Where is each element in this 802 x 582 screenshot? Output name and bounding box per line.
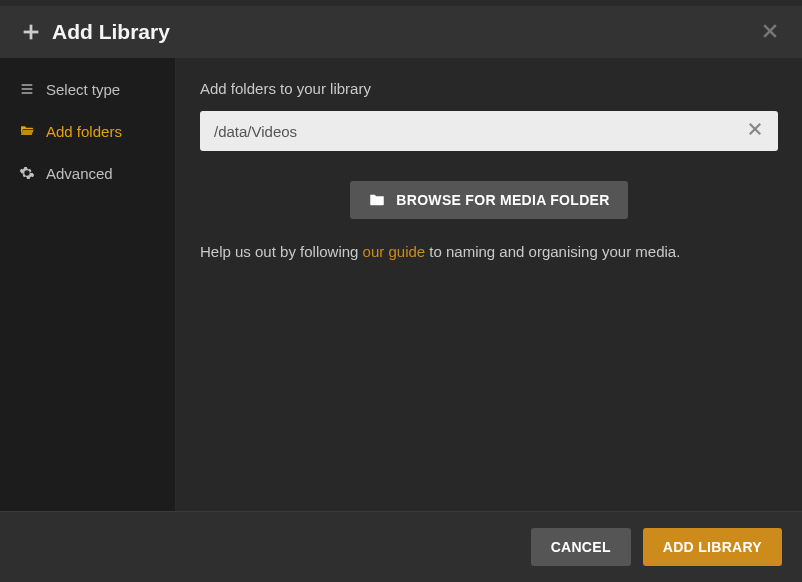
list-icon [18,80,36,98]
modal-header: Add Library [0,6,802,58]
sidebar-item-label: Add folders [46,123,122,140]
close-icon[interactable] [760,19,780,45]
browse-row: BROWSE FOR MEDIA FOLDER [200,181,778,219]
browse-media-folder-button[interactable]: BROWSE FOR MEDIA FOLDER [350,181,627,219]
sidebar: Select type Add folders Advanced [0,58,176,511]
sidebar-item-advanced[interactable]: Advanced [0,152,175,194]
folder-icon [368,191,386,209]
sidebar-item-add-folders[interactable]: Add folders [0,110,175,152]
browse-button-label: BROWSE FOR MEDIA FOLDER [396,192,609,208]
cancel-button[interactable]: CANCEL [531,528,631,566]
remove-folder-icon[interactable] [742,120,768,142]
add-library-modal: Add Library Select type Add folders [0,0,802,582]
plus-icon [20,21,42,43]
sidebar-item-label: Select type [46,81,120,98]
guide-text: Help us out by following our guide to na… [200,243,778,260]
sidebar-item-label: Advanced [46,165,113,182]
modal-footer: CANCEL ADD LIBRARY [0,511,802,582]
modal-body: Select type Add folders Advanced Add fol… [0,58,802,511]
folder-open-icon [18,122,36,140]
guide-pre: Help us out by following [200,243,363,260]
gear-icon [18,164,36,182]
add-library-button[interactable]: ADD LIBRARY [643,528,782,566]
folder-path-input[interactable] [214,123,742,140]
content-pane: Add folders to your library BROWSE FOR M… [176,58,802,511]
guide-post: to naming and organising your media. [425,243,680,260]
folder-path-row [200,111,778,151]
guide-link[interactable]: our guide [363,243,426,260]
modal-title: Add Library [52,20,170,44]
prompt-label: Add folders to your library [200,80,778,97]
sidebar-item-select-type[interactable]: Select type [0,68,175,110]
